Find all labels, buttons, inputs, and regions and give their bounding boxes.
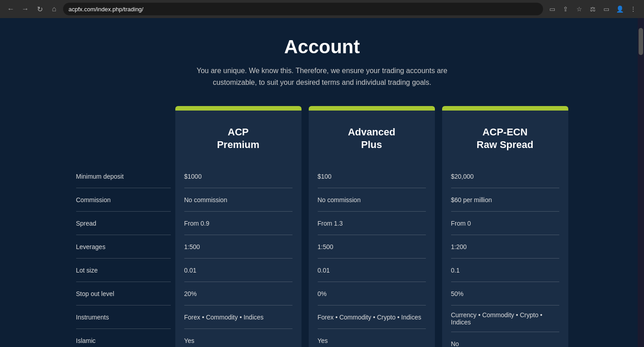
card-row-lot-size-ecn: 0.1 <box>451 259 559 282</box>
card-row-instruments-adv: Forex • Commodity • Crypto • Indices <box>318 305 426 329</box>
card-body-advanced-plus: $100 No commission From 1.3 1:500 0.01 0… <box>309 165 435 347</box>
card-row-spread-adv: From 1.3 <box>318 212 426 235</box>
card-row-min-deposit-ecn: $20,000 <box>451 165 559 188</box>
share-icon[interactable]: ⇪ <box>560 4 571 14</box>
card-row-lot-size-premium: 0.01 <box>184 259 292 282</box>
address-bar[interactable] <box>63 3 543 15</box>
label-instruments: Instruments <box>76 305 171 329</box>
card-row-stop-out-ecn: 50% <box>451 282 559 305</box>
card-row-stop-out-adv: 0% <box>318 282 426 305</box>
menu-icon[interactable]: ⋮ <box>628 4 639 14</box>
card-row-leverages-premium: 1:500 <box>184 235 292 259</box>
scrollbar[interactable] <box>638 18 644 347</box>
card-row-commission-premium: No commission <box>184 188 292 212</box>
labels-column: Minimum deposit Commission Spread Levera… <box>76 106 175 347</box>
label-leverages: Leverages <box>76 235 171 259</box>
profile-icon[interactable]: 👤 <box>614 4 625 14</box>
scrollbar-thumb[interactable] <box>639 28 643 55</box>
card-row-leverages-ecn: 1:200 <box>451 235 559 259</box>
home-button[interactable]: ⌂ <box>49 4 59 14</box>
card-acp-premium: ACP Premium $1000 No commission From 0.9… <box>175 106 301 347</box>
browser-chrome: ← → ↻ ⌂ ▭ ⇪ ☆ ⚖ ▭ 👤 ⋮ <box>0 0 644 18</box>
card-row-min-deposit-premium: $1000 <box>184 165 292 188</box>
tab-icon[interactable]: ▭ <box>601 4 612 14</box>
page-title: Account <box>9 36 635 58</box>
label-spread: Spread <box>76 212 171 235</box>
card-row-instruments-premium: Forex • Commodity • Indices <box>184 305 292 329</box>
card-row-leverages-adv: 1:500 <box>318 235 426 259</box>
card-row-commission-adv: No commission <box>318 188 426 212</box>
back-button[interactable]: ← <box>5 4 16 14</box>
card-row-stop-out-premium: 20% <box>184 282 292 305</box>
browser-toolbar-icons: ▭ ⇪ ☆ ⚖ ▭ 👤 ⋮ <box>547 4 639 14</box>
card-title-advanced-plus: Advanced Plus <box>309 111 435 165</box>
card-advanced-plus: Advanced Plus $100 No commission From 1.… <box>309 106 435 347</box>
card-row-islamic-adv: Yes <box>318 329 426 347</box>
card-row-islamic-ecn: No <box>451 332 559 347</box>
card-title-acp-premium: ACP Premium <box>175 111 301 165</box>
refresh-button[interactable]: ↻ <box>34 4 45 14</box>
screenshot-icon[interactable]: ▭ <box>547 4 557 14</box>
page-content: Account You are unique. We know this. Th… <box>0 18 644 347</box>
card-row-islamic-premium: Yes <box>184 329 292 347</box>
forward-button[interactable]: → <box>20 4 31 14</box>
page-subtitle: You are unique. We know this. Therefore,… <box>187 65 457 88</box>
label-stop-out-level: Stop out level <box>76 282 171 305</box>
card-row-min-deposit-adv: $100 <box>318 165 426 188</box>
comparison-section: Minimum deposit Commission Spread Levera… <box>74 106 570 347</box>
card-body-acp-premium: $1000 No commission From 0.9 1:500 0.01 … <box>175 165 301 347</box>
card-header-advanced-plus <box>309 106 435 111</box>
card-row-spread-ecn: From 0 <box>451 212 559 235</box>
extensions-icon[interactable]: ⚖ <box>587 4 598 14</box>
label-commission: Commission <box>76 188 171 212</box>
card-row-spread-premium: From 0.9 <box>184 212 292 235</box>
card-header-acp-premium <box>175 106 301 111</box>
label-islamic: Islamic <box>76 329 171 347</box>
card-row-lot-size-adv: 0.01 <box>318 259 426 282</box>
cards-container: ACP Premium $1000 No commission From 0.9… <box>175 106 568 347</box>
label-lot-size: Lot size <box>76 259 171 282</box>
card-title-acp-ecn: ACP-ECN Raw Spread <box>442 111 568 165</box>
label-minimum-deposit: Minimum deposit <box>76 165 171 188</box>
card-body-acp-ecn: $20,000 $60 per million From 0 1:200 0.1… <box>442 165 568 347</box>
card-header-acp-ecn <box>442 106 568 111</box>
card-row-commission-ecn: $60 per million <box>451 188 559 212</box>
card-row-instruments-ecn: Currency • Commodity • Crypto • Indices <box>451 305 559 332</box>
bookmark-icon[interactable]: ☆ <box>574 4 585 14</box>
card-acp-ecn: ACP-ECN Raw Spread $20,000 $60 per milli… <box>442 106 568 347</box>
